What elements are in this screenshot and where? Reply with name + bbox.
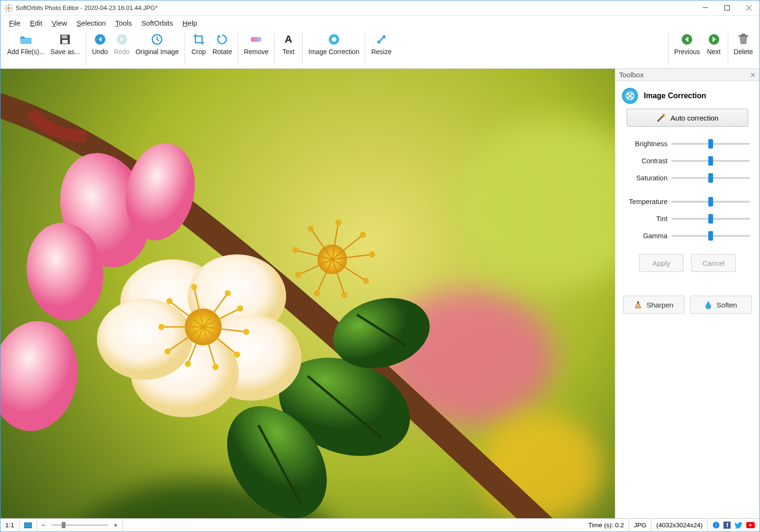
zoom-out-icon[interactable]: − [42, 522, 46, 529]
text-button[interactable]: AText [278, 31, 299, 57]
slider-brightness[interactable]: Brightness [625, 135, 750, 152]
status-dimensions: (4032x3024x24) [651, 519, 708, 532]
menu-edit[interactable]: Edit [26, 17, 46, 29]
image-canvas[interactable] [0, 69, 615, 518]
zoom-slider[interactable]: − + [37, 519, 123, 532]
add-files-button[interactable]: Add File(s)... [4, 31, 47, 57]
svg-point-81 [292, 247, 298, 253]
svg-point-78 [342, 292, 348, 298]
crop-icon [192, 33, 205, 46]
toolbar: Add File(s)... Save as... Undo Redo Orig… [0, 30, 760, 69]
next-icon [707, 33, 721, 46]
svg-point-21 [332, 37, 336, 42]
fit-screen-button[interactable] [19, 519, 37, 532]
slider-contrast[interactable]: Contrast [625, 152, 750, 169]
svg-line-8 [10, 5, 11, 6]
menu-help[interactable]: Help [179, 17, 201, 29]
text-icon: A [282, 33, 295, 46]
svg-line-6 [10, 9, 11, 10]
menu-file[interactable]: File [5, 17, 24, 29]
statusbar: 1:1 − + Time (s): 0.2 JPG (4032x3024x24)… [0, 518, 760, 532]
svg-point-0 [7, 7, 10, 9]
toolbox-close-icon[interactable]: ✕ [750, 71, 756, 79]
menubar: File Edit View Selection Tools SoftOrbit… [0, 16, 760, 30]
menu-view[interactable]: View [48, 17, 71, 29]
svg-point-80 [296, 271, 302, 278]
trash-icon [737, 33, 750, 46]
save-as-button[interactable]: Save as... [47, 31, 83, 57]
svg-line-7 [6, 9, 7, 10]
apply-button[interactable]: Apply [639, 254, 684, 272]
prev-icon [680, 33, 694, 46]
maximize-button[interactable] [716, 0, 738, 16]
youtube-icon[interactable] [746, 522, 755, 528]
svg-rect-24 [739, 35, 748, 37]
history-icon [150, 33, 164, 46]
svg-point-83 [335, 219, 342, 225]
zoom-ratio[interactable]: 1:1 [0, 519, 19, 532]
slider-temperature[interactable]: Temperature [625, 193, 750, 210]
auto-correction-button[interactable]: Auto correction [627, 109, 748, 127]
svg-rect-19 [251, 37, 261, 42]
redo-icon [115, 33, 129, 46]
close-button[interactable] [738, 0, 760, 16]
previous-button[interactable]: Previous [671, 31, 703, 57]
sliders-group: Brightness Contrast Saturation Temperatu… [615, 133, 760, 249]
svg-point-59 [213, 364, 219, 370]
slider-gamma[interactable]: Gamma [625, 227, 750, 244]
svg-rect-88 [24, 523, 31, 528]
zoom-in-icon[interactable]: + [114, 522, 118, 529]
window-title: SoftOrbits Photo Editor - 2020-04-23 18.… [16, 4, 158, 11]
minimize-button[interactable] [694, 0, 716, 16]
undo-button[interactable]: Undo [89, 31, 111, 57]
menu-tools[interactable]: Tools [111, 17, 136, 29]
undo-icon [93, 33, 107, 46]
remove-button[interactable]: Remove [241, 31, 271, 57]
sharpen-button[interactable]: Sharpen [623, 296, 685, 314]
correction-icon [327, 33, 341, 46]
svg-point-61 [165, 348, 171, 355]
fit-icon [24, 523, 32, 528]
redo-button[interactable]: Redo [111, 31, 133, 57]
soften-button[interactable]: Soften [690, 296, 752, 314]
folder-open-icon [19, 33, 33, 46]
panel-title: Image Correction [644, 92, 706, 100]
photo [0, 69, 615, 518]
svg-rect-25 [741, 34, 745, 35]
rotate-icon [215, 33, 229, 46]
svg-point-63 [167, 298, 173, 304]
wand-icon [657, 113, 666, 122]
slider-saturation[interactable]: Saturation [625, 169, 750, 187]
svg-point-75 [360, 232, 366, 238]
slider-tint[interactable]: Tint [625, 210, 750, 227]
svg-point-56 [237, 306, 243, 312]
svg-point-86 [662, 113, 663, 114]
svg-point-64 [191, 284, 197, 290]
facebook-icon[interactable]: f [723, 522, 731, 529]
status-format: JPG [629, 519, 651, 532]
svg-point-85 [663, 114, 665, 116]
rotate-button[interactable]: Rotate [210, 31, 235, 57]
resize-button[interactable]: Resize [368, 31, 394, 57]
svg-point-43 [97, 299, 193, 380]
svg-point-58 [234, 352, 240, 358]
original-image-button[interactable]: Original Image [133, 31, 182, 57]
auto-correction-label: Auto correction [671, 114, 719, 122]
toolbox-header: Toolbox ✕ [615, 69, 760, 81]
svg-point-60 [185, 361, 191, 367]
content-area: Toolbox ✕ Image Correction Auto correcti… [0, 69, 760, 518]
menu-softorbits[interactable]: SoftOrbits [138, 17, 177, 29]
info-icon[interactable]: i [713, 522, 720, 529]
svg-line-5 [6, 5, 7, 6]
next-button[interactable]: Next [703, 31, 725, 57]
menu-selection[interactable]: Selection [73, 17, 110, 29]
svg-point-79 [314, 290, 320, 296]
image-correction-button[interactable]: Image Correction [306, 31, 362, 57]
twitter-icon[interactable] [734, 522, 742, 529]
cancel-button[interactable]: Cancel [691, 254, 736, 272]
svg-point-87 [665, 116, 666, 117]
svg-point-82 [307, 225, 314, 232]
pencil-tip-icon [634, 300, 642, 309]
delete-button[interactable]: Delete [731, 31, 756, 57]
crop-button[interactable]: Crop [188, 31, 210, 57]
